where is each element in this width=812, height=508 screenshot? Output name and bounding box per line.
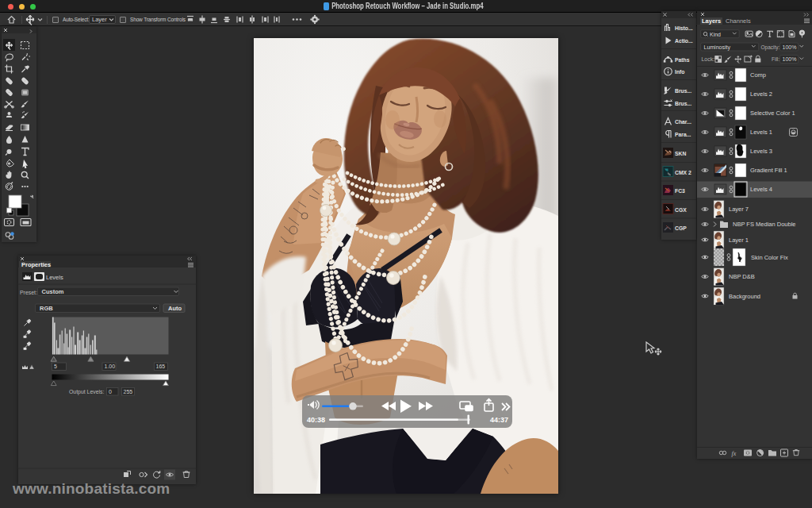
svg-text:RGB: RGB xyxy=(40,305,53,312)
svg-text:Properties: Properties xyxy=(21,261,51,268)
svg-text:Preset:: Preset: xyxy=(20,290,37,295)
svg-text:CGX: CGX xyxy=(675,207,687,213)
svg-text:FC3: FC3 xyxy=(675,188,685,194)
svg-text:Skin Color Fix: Skin Color Fix xyxy=(751,254,788,261)
svg-text:Layer 1: Layer 1 xyxy=(729,237,749,244)
svg-text:Opacity:: Opacity: xyxy=(761,44,780,51)
svg-text:fx: fx xyxy=(732,450,737,457)
svg-text:100%: 100% xyxy=(783,56,797,62)
svg-text:NBP D&B: NBP D&B xyxy=(729,273,755,280)
svg-text:Fill:: Fill: xyxy=(772,56,779,62)
svg-text:Paths: Paths xyxy=(675,57,690,63)
svg-text:Brus...: Brus... xyxy=(675,88,691,94)
svg-text:100%: 100% xyxy=(783,44,797,50)
svg-text:Para...: Para... xyxy=(675,132,691,137)
svg-text:Actio...: Actio... xyxy=(675,38,693,44)
svg-text:Levels 1: Levels 1 xyxy=(750,129,772,136)
svg-text:1.00: 1.00 xyxy=(105,364,116,369)
svg-text:Luminosity: Luminosity xyxy=(704,44,731,51)
svg-text:Kind: Kind xyxy=(710,32,721,37)
svg-text:Selective Color 1: Selective Color 1 xyxy=(750,110,795,117)
svg-text:Auto: Auto xyxy=(168,305,182,312)
svg-text:Comp: Comp xyxy=(750,71,766,79)
svg-text:Output Levels:: Output Levels: xyxy=(69,389,105,395)
svg-text:Info: Info xyxy=(675,69,684,75)
svg-text:SKN: SKN xyxy=(675,151,686,156)
svg-text:0: 0 xyxy=(109,389,112,394)
svg-text:Levels 3: Levels 3 xyxy=(750,148,772,155)
svg-text:Char...: Char... xyxy=(675,119,691,125)
svg-text:NBP FS Median Double: NBP FS Median Double xyxy=(733,221,796,228)
svg-text:165: 165 xyxy=(156,364,166,369)
svg-text:Brus...: Brus... xyxy=(675,101,691,106)
svg-text:Background: Background xyxy=(729,293,760,300)
svg-text:Custom: Custom xyxy=(42,288,64,295)
svg-text:Channels: Channels xyxy=(726,17,751,25)
svg-text:CGP: CGP xyxy=(675,225,687,231)
svg-text:44:37: 44:37 xyxy=(490,416,508,424)
svg-text:Layer 7: Layer 7 xyxy=(729,206,749,213)
svg-text:Histo...: Histo... xyxy=(675,25,693,31)
svg-text:Lock:: Lock: xyxy=(701,56,714,62)
svg-text:5: 5 xyxy=(54,364,57,369)
svg-text:Levels 2: Levels 2 xyxy=(750,90,772,98)
svg-text:Gradient Fill 1: Gradient Fill 1 xyxy=(750,167,787,174)
svg-text:255: 255 xyxy=(124,389,133,394)
svg-text:CMX 2: CMX 2 xyxy=(675,170,691,175)
svg-text:Levels: Levels xyxy=(46,274,63,281)
svg-text:Levels 4: Levels 4 xyxy=(750,186,772,193)
svg-text:40:38: 40:38 xyxy=(307,416,325,424)
svg-text:Layers: Layers xyxy=(702,17,721,25)
